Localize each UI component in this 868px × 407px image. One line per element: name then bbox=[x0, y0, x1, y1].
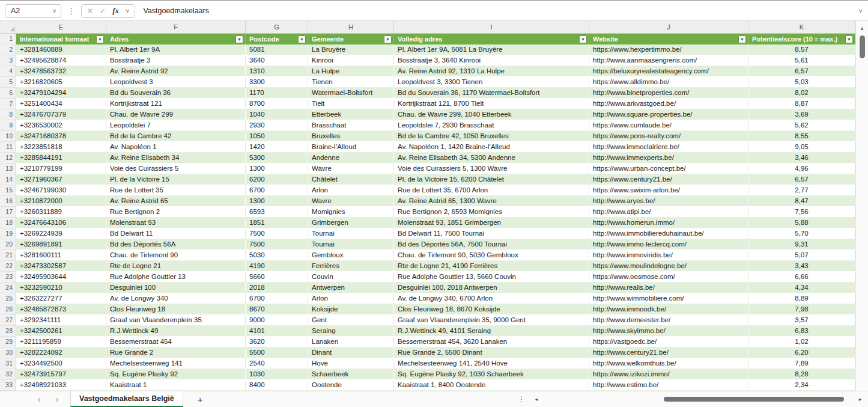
cell[interactable]: 9,05 bbox=[748, 142, 855, 153]
kebab-icon[interactable]: ⋮ bbox=[67, 7, 75, 16]
name-box[interactable]: A2 ˅ bbox=[5, 4, 61, 18]
cell[interactable]: Bd du Souverain 36, 1170 Watermael-Boits… bbox=[394, 88, 589, 99]
cell[interactable]: +3251400434 bbox=[16, 99, 106, 109]
column-header[interactable]: F bbox=[106, 21, 246, 33]
cell[interactable]: Clos Fleuriweg 18, 8670 Koksijde bbox=[394, 304, 589, 315]
cancel-button[interactable]: ✕ bbox=[87, 7, 93, 15]
cell[interactable]: 6,83 bbox=[748, 326, 855, 337]
cell[interactable]: Rue Grande 2, 5500 Dinant bbox=[394, 347, 589, 358]
column-header[interactable]: E bbox=[16, 21, 106, 33]
cell[interactable]: Molenstraat 93 bbox=[106, 218, 246, 228]
cell[interactable]: Pl. de la Victoire 15, 6200 Châtelet bbox=[394, 174, 589, 185]
cell[interactable]: Leopoldvest 3, 3300 Tienen bbox=[394, 77, 589, 88]
cell[interactable]: Bd du Souverain 36 bbox=[106, 88, 246, 99]
row-number[interactable]: 4 bbox=[0, 66, 16, 77]
cell[interactable]: +3242500261 bbox=[16, 326, 106, 337]
cell[interactable]: 8,89 bbox=[748, 293, 855, 304]
column-header[interactable]: J bbox=[589, 21, 748, 33]
cell[interactable]: Desguinlei 100 bbox=[106, 283, 246, 293]
cell[interactable]: +3285844191 bbox=[16, 153, 106, 164]
row-number[interactable]: 6 bbox=[0, 88, 16, 99]
cell[interactable]: Av. Reine Elisabeth 34, 5300 Andenne bbox=[394, 153, 589, 164]
cell[interactable]: Kortrijkstraat 121 bbox=[106, 99, 246, 109]
cell[interactable]: +3281600111 bbox=[16, 250, 106, 261]
cell[interactable]: Brasschaat bbox=[308, 120, 394, 131]
cell[interactable]: http://www.immoclairiere.be/ bbox=[589, 142, 748, 153]
select-all-corner[interactable]: ◢ bbox=[0, 21, 16, 33]
cell[interactable]: 8,87 bbox=[748, 99, 855, 109]
cell[interactable]: Voie des Cuirassiers 5 bbox=[106, 164, 246, 174]
cell[interactable]: R.J.Wettinck 49 bbox=[106, 326, 246, 337]
row-number[interactable]: 2 bbox=[0, 44, 16, 55]
row-number[interactable]: 5 bbox=[0, 77, 16, 88]
cell[interactable]: Clos Fleuriweg 18 bbox=[106, 304, 246, 315]
cell[interactable]: 6700 bbox=[246, 293, 308, 304]
cell[interactable]: Av. Reine Astrid 92 bbox=[106, 66, 246, 77]
cell[interactable]: Kaaistraat 1, 8400 Oostende bbox=[394, 380, 589, 391]
cell[interactable]: Leopoldslei 7 bbox=[106, 120, 246, 131]
cell[interactable]: https://www.pons-realty.com/ bbox=[589, 131, 748, 142]
cell[interactable]: https://www.hexpertimmo.be/ bbox=[589, 44, 748, 55]
cell[interactable]: La Hulpe bbox=[308, 66, 394, 77]
row-number[interactable]: 24 bbox=[0, 283, 16, 293]
cell[interactable]: Watermael-Boitsfort bbox=[308, 88, 394, 99]
cell[interactable]: 8,02 bbox=[748, 88, 855, 99]
cell[interactable]: Bd de la Cambre 42, 1050 Bruxelles bbox=[394, 131, 589, 142]
filter-button[interactable]: ▼ bbox=[96, 35, 104, 43]
cell[interactable]: Arlon bbox=[308, 185, 394, 196]
formula-bar-expand-icon[interactable]: ˅ bbox=[859, 7, 863, 14]
cell[interactable]: 5,88 bbox=[748, 218, 855, 228]
cell[interactable]: Rue Bertignon 2 bbox=[106, 207, 246, 218]
row-number[interactable]: 33 bbox=[0, 380, 16, 391]
cell[interactable]: 3,46 bbox=[748, 153, 855, 164]
kebab-icon[interactable]: ⋮ bbox=[518, 396, 525, 403]
cell[interactable]: https://www.oosmose.com/ bbox=[589, 272, 748, 283]
filter-button[interactable]: ▼ bbox=[235, 35, 243, 43]
cell[interactable]: 8670 bbox=[246, 304, 308, 315]
sheet-tab-active[interactable]: Vastgoedmakelaars België bbox=[70, 391, 183, 407]
cell[interactable]: 6,20 bbox=[748, 347, 855, 358]
cell[interactable]: http://www.wimmobiliere.com/ bbox=[589, 293, 748, 304]
cell[interactable]: Couvin bbox=[308, 272, 394, 283]
row-number[interactable]: 16 bbox=[0, 196, 16, 207]
cell[interactable]: +32495903644 bbox=[16, 272, 106, 283]
cell[interactable]: http://www.immoviridis.be/ bbox=[589, 250, 748, 261]
cell[interactable]: http://www.welkomthuis.be/ bbox=[589, 358, 748, 369]
cell[interactable]: +3269891891 bbox=[16, 239, 106, 250]
cell[interactable]: http://www.square-properties.be/ bbox=[589, 109, 748, 120]
cell[interactable]: Kaaistraat 1 bbox=[106, 380, 246, 391]
cell[interactable]: 2930 bbox=[246, 120, 308, 131]
cell[interactable]: +3234492500 bbox=[16, 358, 106, 369]
cell[interactable]: Oostende bbox=[308, 380, 394, 391]
formula-bar-input[interactable]: Vastgoedmakelaars bbox=[135, 7, 858, 15]
row-number[interactable]: 17 bbox=[0, 207, 16, 218]
cell[interactable]: Graaf van Vlaanderenplein 35 bbox=[106, 315, 246, 326]
cell[interactable]: https://www.swixim-arlon.be/ bbox=[589, 185, 748, 196]
cell[interactable]: +3282224092 bbox=[16, 347, 106, 358]
row-number[interactable]: 25 bbox=[0, 293, 16, 304]
cell[interactable]: Rue Grande 2 bbox=[106, 347, 246, 358]
cell[interactable]: +3210872000 bbox=[16, 196, 106, 207]
cell[interactable]: 1310 bbox=[246, 66, 308, 77]
add-sheet-button[interactable]: + bbox=[198, 394, 203, 405]
cell[interactable]: http://www.aryes.be/ bbox=[589, 196, 748, 207]
cell[interactable]: Seraing bbox=[308, 326, 394, 337]
cell[interactable]: Rue de Lottert 35, 6700 Arlon bbox=[394, 185, 589, 196]
column-header[interactable]: H bbox=[308, 21, 394, 33]
cell[interactable]: Bd Delwart 11 bbox=[106, 228, 246, 239]
cell[interactable]: https://www.alldimmo.be/ bbox=[589, 77, 748, 88]
cell[interactable]: 4190 bbox=[246, 261, 308, 272]
cell[interactable]: Av. Reine Astrid 65 bbox=[106, 196, 246, 207]
row-number[interactable]: 31 bbox=[0, 358, 16, 369]
row-number[interactable]: 13 bbox=[0, 164, 16, 174]
cell[interactable]: 8,28 bbox=[748, 369, 855, 380]
cell[interactable]: http://www.century21.be/ bbox=[589, 347, 748, 358]
cell[interactable]: 8700 bbox=[246, 99, 308, 109]
cell[interactable]: Bd des Déportés 56A, 7500 Tournai bbox=[394, 239, 589, 250]
cell[interactable]: +3232590210 bbox=[16, 283, 106, 293]
cell[interactable]: +3292341111 bbox=[16, 315, 106, 326]
cell[interactable]: 8400 bbox=[246, 380, 308, 391]
cell[interactable]: 3300 bbox=[246, 77, 308, 88]
confirm-button[interactable]: ✓ bbox=[100, 7, 106, 15]
cell[interactable]: 5,61 bbox=[748, 55, 855, 66]
